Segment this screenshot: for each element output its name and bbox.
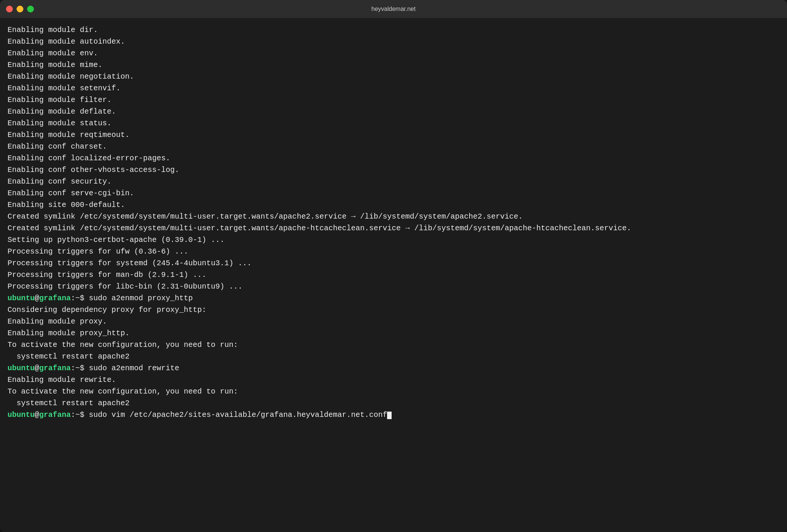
terminal-window: heyvaldemar.net Enabling module dir.Enab… [0, 0, 787, 532]
terminal-line: Enabling module filter. [8, 94, 779, 106]
terminal-line: Enabling conf serve-cgi-bin. [8, 187, 779, 199]
prompt-user: ubuntu [8, 410, 35, 419]
prompt-at: @ [35, 294, 39, 302]
window-title: heyvaldemar.net [371, 6, 415, 12]
terminal-line: To activate the new configuration, you n… [8, 339, 779, 351]
prompt-path: :~ [71, 294, 80, 302]
prompt-symbol: $ [80, 294, 84, 302]
terminal-line: Processing triggers for systemd (245.4-4… [8, 257, 779, 269]
terminal-line: Considering dependency proxy for proxy_h… [8, 304, 779, 316]
prompt-host: grafana [39, 364, 71, 372]
terminal-line: To activate the new configuration, you n… [8, 386, 779, 397]
terminal-line: Enabling module proxy. [8, 316, 779, 327]
terminal-line: Created symlink /etc/systemd/system/mult… [8, 211, 779, 222]
cmd-text: sudo vim /etc/apache2/sites-available/gr… [84, 410, 387, 419]
terminal-line: Enabling module reqtimeout. [8, 129, 779, 141]
terminal-line: Enabling module setenvif. [8, 82, 779, 94]
terminal-content[interactable]: Enabling module dir.Enabling module auto… [0, 18, 787, 532]
terminal-cursor [387, 412, 392, 419]
terminal-line: Enabling module proxy_http. [8, 327, 779, 339]
terminal-line: Enabling module mime. [8, 59, 779, 71]
terminal-line: ubuntu@grafana:~$ sudo a2enmod rewrite [8, 362, 779, 374]
terminal-line: Enabling conf charset. [8, 141, 779, 152]
window-controls [6, 6, 34, 12]
terminal-line: Enabling module dir. [8, 24, 779, 36]
prompt-path: :~ [71, 410, 80, 419]
maximize-button[interactable] [27, 6, 34, 12]
terminal-line: Processing triggers for libc-bin (2.31-0… [8, 281, 779, 292]
prompt-host: grafana [39, 410, 71, 419]
terminal-line: Enabling module status. [8, 117, 779, 129]
terminal-line: Enabling conf localized-error-pages. [8, 152, 779, 164]
prompt-at: @ [35, 364, 39, 372]
terminal-line: Enabling module negotiation. [8, 71, 779, 82]
prompt-symbol: $ [80, 410, 84, 419]
terminal-line: Enabling conf other-vhosts-access-log. [8, 164, 779, 176]
prompt-host: grafana [39, 294, 71, 302]
terminal-line: systemctl restart apache2 [8, 351, 779, 362]
close-button[interactable] [6, 6, 13, 12]
terminal-line: ubuntu@grafana:~$ sudo vim /etc/apache2/… [8, 409, 779, 421]
title-bar: heyvaldemar.net [0, 0, 787, 18]
prompt-symbol: $ [80, 364, 84, 372]
terminal-line: Processing triggers for man-db (2.9.1-1)… [8, 269, 779, 281]
minimize-button[interactable] [17, 6, 23, 12]
terminal-line: Setting up python3-certbot-apache (0.39.… [8, 234, 779, 246]
prompt-path: :~ [71, 364, 80, 372]
terminal-line: Processing triggers for ufw (0.36-6) ... [8, 246, 779, 257]
prompt-user: ubuntu [8, 294, 35, 302]
terminal-line: Enabling module autoindex. [8, 36, 779, 47]
terminal-line: Enabling module deflate. [8, 106, 779, 117]
terminal-line: Enabling site 000-default. [8, 199, 779, 211]
terminal-line: systemctl restart apache2 [8, 397, 779, 409]
terminal-line: Created symlink /etc/systemd/system/mult… [8, 222, 779, 234]
terminal-line: Enabling module env. [8, 47, 779, 59]
prompt-user: ubuntu [8, 364, 35, 372]
terminal-line: Enabling module rewrite. [8, 374, 779, 386]
terminal-line: Enabling conf security. [8, 176, 779, 187]
cmd-text: sudo a2enmod proxy_http [84, 294, 193, 302]
terminal-line: ubuntu@grafana:~$ sudo a2enmod proxy_htt… [8, 292, 779, 304]
prompt-at: @ [35, 410, 39, 419]
cmd-text: sudo a2enmod rewrite [84, 364, 179, 372]
